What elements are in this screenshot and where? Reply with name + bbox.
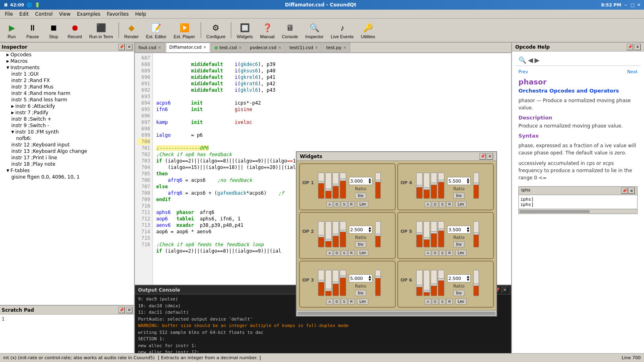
iphs-scrollbar[interactable] bbox=[519, 209, 637, 214]
op3-s-btn[interactable]: S bbox=[341, 299, 347, 304]
tab-testpy-close[interactable]: ✕ bbox=[343, 45, 347, 50]
widgets-scroll-track[interactable] bbox=[297, 312, 495, 315]
tree-macros[interactable]: ▶ Macros bbox=[0, 58, 134, 64]
op5-ratio-spinner[interactable]: ▲ ▼ bbox=[467, 226, 469, 233]
tab-test1[interactable]: test(1).csd ✕ bbox=[286, 43, 322, 52]
widgets-pin-btn[interactable]: 📌 bbox=[479, 153, 486, 160]
tab-diffamator-close[interactable]: ✕ bbox=[203, 45, 206, 49]
opcode-search-btn[interactable]: 🔍 bbox=[518, 56, 526, 64]
opcode-pin-btn[interactable]: 📌 bbox=[627, 44, 633, 50]
stop-button[interactable]: ⏹ Stop bbox=[43, 19, 64, 41]
tab-test-close[interactable]: ✕ bbox=[238, 45, 242, 50]
opcode-next-link[interactable]: Next bbox=[627, 69, 638, 74]
tab-fout[interactable]: fout.csd ✕ bbox=[135, 43, 165, 52]
menu-favorites[interactable]: Favorites bbox=[104, 10, 132, 18]
menu-view[interactable]: View bbox=[56, 10, 74, 18]
tree-instr2[interactable]: instr 2 ;Rand FX bbox=[0, 77, 134, 84]
inspector-button[interactable]: 🔍 Inspector bbox=[302, 19, 326, 41]
menu-file[interactable]: File bbox=[2, 10, 16, 18]
opcode-prev-btn[interactable]: ◀ bbox=[528, 56, 533, 64]
inspector-pin-btn[interactable]: 📌 bbox=[118, 44, 125, 50]
op3-ratio-input[interactable]: 5.000 ▲ ▼ bbox=[349, 274, 372, 282]
op2-a-btn[interactable]: A bbox=[326, 250, 333, 256]
op4-a-btn[interactable]: A bbox=[425, 202, 431, 207]
op2-r-btn[interactable]: R bbox=[348, 250, 355, 256]
tree-instr9[interactable]: instr 9 ;Switch - bbox=[0, 122, 134, 129]
op1-a-btn[interactable]: A bbox=[326, 202, 333, 207]
menu-edit[interactable]: Edit bbox=[16, 10, 32, 18]
pause-button[interactable]: ⏸ Pause bbox=[23, 19, 43, 41]
op5-s-btn[interactable]: S bbox=[439, 250, 446, 256]
op3-ratio-spinner[interactable]: ▲ ▼ bbox=[369, 275, 371, 282]
op5-lev-btn[interactable]: Lev bbox=[455, 250, 466, 256]
maximize-btn[interactable]: □ bbox=[630, 2, 634, 8]
op6-inv-btn[interactable]: Inv bbox=[453, 290, 464, 296]
op1-ratio-input[interactable]: 3.000 ▲ ▼ bbox=[349, 177, 372, 185]
tree-nofb6[interactable]: nofb6: bbox=[0, 135, 134, 142]
tab-pvdecor-close[interactable]: ✕ bbox=[278, 45, 281, 50]
scratch-pin-btn[interactable]: 📌 bbox=[118, 307, 125, 313]
tree-instr10[interactable]: ▼ instr 10 ;FM synth bbox=[0, 129, 134, 135]
iphs-close-btn[interactable]: ✕ bbox=[628, 187, 635, 194]
op5-r-btn[interactable]: R bbox=[446, 250, 453, 256]
op2-inv-btn[interactable]: Inv bbox=[355, 241, 366, 247]
op1-d-btn[interactable]: D bbox=[334, 202, 340, 207]
op1-s-btn[interactable]: S bbox=[341, 202, 347, 207]
tab-pvdecor[interactable]: pvdecor.csd ✕ bbox=[246, 43, 285, 52]
menu-examples[interactable]: Examples bbox=[74, 10, 103, 18]
tab-fout-close[interactable]: ✕ bbox=[158, 45, 161, 50]
op4-d-btn[interactable]: D bbox=[432, 202, 438, 207]
iphs-pin-btn[interactable]: 📌 bbox=[621, 187, 627, 194]
tree-instr12[interactable]: instr 12 ;Keyboard input bbox=[0, 142, 134, 148]
ext-player-button[interactable]: ▶️ Ext. Player bbox=[170, 19, 198, 41]
tree-instr13[interactable]: instr 13 ;Keyboard Algo change bbox=[0, 148, 134, 154]
widgets-button[interactable]: 🔲 Widgets bbox=[233, 19, 256, 41]
render-button[interactable]: ◆ Render bbox=[121, 19, 142, 41]
tree-instr1[interactable]: instr 1 ;GUI bbox=[0, 71, 134, 77]
console-button[interactable]: 🖥 Console bbox=[279, 19, 301, 41]
op3-a-btn[interactable]: A bbox=[326, 299, 333, 304]
menu-control[interactable]: Control bbox=[32, 10, 56, 18]
tree-opcodes[interactable]: ▶ Opcodes bbox=[0, 51, 134, 58]
widgets-close-btn[interactable]: ✕ bbox=[487, 153, 493, 160]
op1-ratio-spinner[interactable]: ▲ ▼ bbox=[369, 178, 371, 184]
tree-instr5[interactable]: instr 5 ;Rand less harm bbox=[0, 97, 134, 103]
run-in-term-button[interactable]: ⬛ Run in Term bbox=[86, 19, 116, 41]
tab-test1-close[interactable]: ✕ bbox=[315, 45, 318, 50]
op4-s-btn[interactable]: S bbox=[439, 202, 446, 207]
op6-s-btn[interactable]: S bbox=[439, 299, 446, 304]
tree-gisine[interactable]: gisine ftgen 0,0, 4096, 10, 1 bbox=[0, 174, 134, 180]
close-btn[interactable]: ✕ bbox=[637, 2, 641, 8]
op6-r-btn[interactable]: R bbox=[446, 299, 453, 304]
op5-inv-btn[interactable]: Inv bbox=[453, 241, 464, 247]
tree-instr6[interactable]: ▶ instr 6 ;Attackify bbox=[0, 103, 134, 109]
widgets-title-bar[interactable]: Widgets 📌 ✕ bbox=[297, 152, 496, 161]
minimize-btn[interactable]: － bbox=[623, 2, 628, 8]
opcode-close-btn[interactable]: ✕ bbox=[634, 44, 641, 50]
op2-s-btn[interactable]: S bbox=[341, 250, 347, 256]
op5-a-btn[interactable]: A bbox=[425, 250, 431, 256]
record-button[interactable]: ⏺ Record bbox=[64, 19, 85, 41]
op2-ratio-spinner[interactable]: ▲ ▼ bbox=[369, 226, 371, 233]
menu-help[interactable]: Help bbox=[132, 10, 149, 18]
tab-testpy[interactable]: test.py ✕ bbox=[322, 43, 350, 52]
op2-d-btn[interactable]: D bbox=[334, 250, 340, 256]
configure-button[interactable]: ⚙ Configure bbox=[203, 19, 229, 41]
ext-editor-button[interactable]: 📝 Ext. Editor bbox=[143, 19, 170, 41]
op6-ratio-spinner[interactable]: ▲ ▼ bbox=[467, 275, 469, 282]
op2-lev-btn[interactable]: Lev bbox=[357, 250, 368, 256]
iphs-scroll-thumb[interactable] bbox=[520, 210, 590, 213]
console-close-btn[interactable]: ✕ bbox=[502, 287, 508, 293]
tab-test[interactable]: test.csd ✕ bbox=[211, 43, 246, 52]
op5-ratio-input[interactable]: 3.500 ▲ ▼ bbox=[447, 226, 471, 234]
tree-instr17[interactable]: instr 17 ;Print i line bbox=[0, 154, 134, 161]
op4-ratio-input[interactable]: 5.500 ▲ ▼ bbox=[447, 177, 471, 185]
tree-instr7[interactable]: ▶ instr 7 ;Padify bbox=[0, 109, 134, 116]
op4-r-btn[interactable]: R bbox=[446, 202, 453, 207]
op4-lev-btn[interactable]: Lev bbox=[455, 201, 466, 207]
tree-instr4[interactable]: instr 4 ;Rand more harm bbox=[0, 90, 134, 97]
op1-lev-btn[interactable]: Lev bbox=[357, 201, 368, 207]
tree-ftables[interactable]: ▼ F-tables bbox=[0, 167, 134, 174]
inspector-close-btn[interactable]: ✕ bbox=[126, 44, 132, 50]
op6-ratio-input[interactable]: 2.500 ▲ ▼ bbox=[447, 274, 471, 282]
